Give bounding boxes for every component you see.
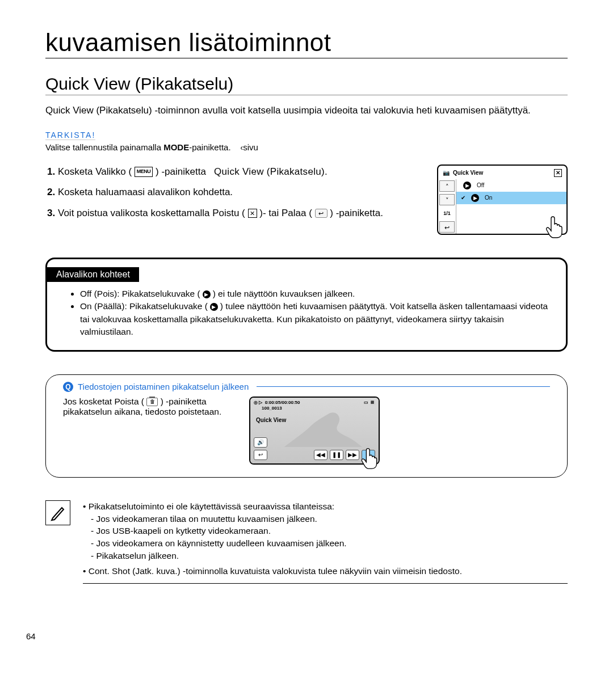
step-2: Kosketa haluamaasi alavalikon kohdetta. [58, 185, 426, 200]
check-label: TARKISTA! [45, 130, 95, 140]
tip-title: Tiedostojen poistaminen pikakatselun jäl… [78, 382, 252, 391]
check-icon: ✔ [461, 195, 465, 201]
step-list: Kosketa Valikko ( MENU ) -painiketta Qui… [45, 165, 426, 235]
close-icon: ✕ [248, 209, 257, 218]
play-icon: ▶ [203, 290, 211, 298]
note-icon [45, 500, 70, 525]
option-off: ▶Off [456, 179, 566, 192]
note-b2: - Jos USB-kaapeli on kytketty videokamer… [83, 525, 568, 537]
down-icon: ˅ [439, 194, 455, 205]
page-number: 64 [26, 631, 36, 641]
device-title: Quick View [453, 170, 483, 176]
play-icon: ▶ [210, 303, 218, 311]
submenu-on: On (Päällä): Pikakatselukuvake (▶) tulee… [80, 300, 552, 338]
volume-icon: 🔊 [254, 437, 267, 448]
note-b3: - Jos videokamera on käynnistetty uudell… [83, 537, 568, 550]
tip-text: Jos kosketat Poista ( 🗑 ) -painiketta pi… [63, 397, 233, 465]
submenu-header: Alavalikon kohteet [47, 267, 139, 282]
hand-pointer-icon [543, 212, 570, 239]
step-3: Voit poistua valikosta koskettamalla Poi… [58, 206, 426, 221]
search-icon: Q [63, 382, 73, 392]
note-c: -toiminnolla kuvatuista valokuvista tule… [180, 566, 462, 576]
section-title: Quick View (Pikakatselu) [45, 74, 568, 95]
return-icon: ↩ [439, 221, 455, 233]
notes-section: • Pikakatselutoiminto ei ole käytettävis… [45, 500, 568, 584]
step-1: Kosketa Valikko ( MENU ) -painiketta Qui… [58, 165, 426, 179]
submenu-off: Off (Pois): Pikakatselukuvake (▶) ei tul… [80, 288, 552, 300]
up-icon: ˄ [439, 180, 455, 192]
submenu-box: Alavalikon kohteet Off (Pois): Pikakatse… [45, 258, 568, 352]
note-b1: - Jos videokameran tilaa on muutettu kuv… [83, 513, 568, 525]
rewind-icon: ◀◀ [314, 450, 328, 460]
return-icon: ↩ [315, 209, 328, 218]
hand-pointer-icon [358, 444, 384, 470]
check-note: Valitse tallennustila painamalla MODE-pa… [45, 142, 568, 152]
pause-icon: ❚❚ [330, 450, 343, 460]
device-preview: 📷 Quick View ✕ ˄ ˅ 1/1 ↩ ▶Off ✔▶On [437, 165, 568, 235]
forward-icon: ▶▶ [346, 450, 359, 460]
play-icon: ▶ [463, 182, 471, 189]
camera-icon: 📷 [443, 170, 450, 176]
note-b4: - Pikakatselun jälkeen. [83, 550, 568, 562]
close-icon: ✕ [554, 169, 562, 177]
trash-icon: 🗑 [146, 398, 158, 406]
note-a: Pikakatselutoiminto ei ole käytettävissä… [89, 501, 334, 511]
menu-icon: MENU [135, 167, 153, 177]
playback-label: Quick View [256, 417, 286, 423]
option-on: ✔▶On [456, 192, 566, 204]
play-icon: ▶ [471, 194, 479, 202]
page-indicator: 1/1 [439, 208, 455, 219]
playback-preview: ◎ ▷ 0:00:05/00:00:50 ▭ 🔳 100_0013 Quick … [249, 397, 380, 465]
intro-text: Quick View (Pikakatselu) -toiminnon avul… [45, 104, 568, 117]
tip-box: Q Tiedostojen poistaminen pikakatselun j… [45, 374, 568, 478]
page-title: kuvaamisen lisätoiminnot [45, 28, 568, 58]
